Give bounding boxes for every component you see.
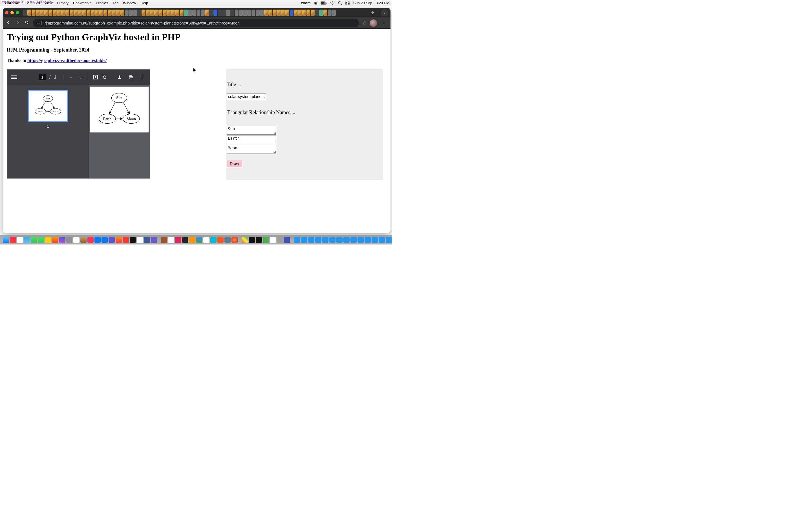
profile-avatar-icon[interactable]: [370, 19, 377, 27]
browser-tab[interactable]: [302, 10, 306, 16]
tab-strip[interactable]: [23, 10, 366, 16]
browser-tab[interactable]: [112, 10, 116, 16]
rotate-icon[interactable]: [101, 73, 108, 81]
zoom-out-icon[interactable]: −: [67, 73, 75, 81]
browser-tab[interactable]: [87, 10, 91, 16]
browser-tab[interactable]: [78, 10, 82, 16]
dock-app-messages[interactable]: [38, 237, 44, 243]
browser-tab[interactable]: [175, 10, 179, 16]
record-icon[interactable]: ◉: [314, 1, 317, 5]
dock-app[interactable]: [210, 237, 216, 243]
dock-app-notes[interactable]: [45, 237, 51, 243]
browser-tab[interactable]: [95, 10, 99, 16]
browser-tab[interactable]: [260, 10, 264, 16]
browser-tab[interactable]: [82, 10, 86, 16]
dock-app-tv[interactable]: [130, 237, 136, 243]
browser-tab[interactable]: [44, 10, 48, 16]
reload-icon[interactable]: [24, 20, 29, 26]
dock-folder[interactable]: [322, 237, 328, 243]
menu-bookmarks[interactable]: Bookmarks: [73, 1, 91, 5]
dock-app-music[interactable]: [10, 237, 16, 243]
minimize-window-icon[interactable]: [10, 11, 14, 14]
pdf-sidebar-toggle-icon[interactable]: [11, 75, 17, 79]
browser-tab[interactable]: [277, 10, 281, 16]
browser-menu-icon[interactable]: ⋮: [380, 20, 388, 26]
browser-tab[interactable]: [294, 10, 298, 16]
menu-tab[interactable]: Tab: [112, 1, 118, 5]
new-tab-button[interactable]: +: [367, 10, 378, 16]
browser-tab[interactable]: [32, 10, 36, 16]
dock-app-safari[interactable]: [24, 237, 30, 243]
menubar-time[interactable]: 8:20 PM: [376, 1, 389, 5]
browser-tab[interactable]: [158, 10, 162, 16]
browser-tab[interactable]: [285, 10, 289, 16]
browser-tab[interactable]: [108, 10, 112, 16]
dock-folder[interactable]: [343, 237, 350, 243]
browser-tab[interactable]: [133, 10, 137, 16]
close-window-icon[interactable]: [5, 11, 8, 14]
browser-tab[interactable]: [124, 10, 129, 16]
dock-folder[interactable]: [315, 237, 321, 243]
browser-tab[interactable]: [103, 10, 107, 16]
dock-folder[interactable]: [378, 237, 385, 243]
dock-app[interactable]: [144, 237, 150, 243]
dock-folder[interactable]: [308, 237, 314, 243]
dock-app[interactable]: [224, 237, 231, 243]
dock-app[interactable]: [66, 237, 72, 243]
dock-app[interactable]: [263, 237, 269, 243]
browser-tab[interactable]: [167, 10, 171, 16]
dock-folder[interactable]: [364, 237, 371, 243]
dock-folder[interactable]: [350, 237, 357, 243]
browser-tab[interactable]: [315, 10, 319, 16]
dock-folder[interactable]: [336, 237, 343, 243]
browser-tab[interactable]: [188, 10, 192, 16]
browser-tab[interactable]: [49, 10, 52, 16]
thanks-link[interactable]: https://graphviz.readthedocs.io/en/stabl…: [28, 58, 107, 63]
browser-tab[interactable]: [243, 10, 247, 16]
site-info-icon[interactable]: ⊶: [36, 21, 42, 25]
wifi-icon[interactable]: [330, 1, 335, 5]
dock-app-calendar[interactable]: [168, 237, 174, 243]
browser-tab[interactable]: [150, 10, 154, 16]
draw-button[interactable]: Draw: [227, 160, 242, 167]
dock-app[interactable]: [217, 237, 223, 243]
dock-app-terminal[interactable]: [182, 237, 188, 243]
browser-tab[interactable]: [226, 10, 230, 16]
fit-page-icon[interactable]: [92, 73, 99, 81]
print-icon[interactable]: [127, 73, 135, 81]
browser-tab[interactable]: [264, 10, 268, 16]
zoom-indicator[interactable]: zoom: [301, 1, 311, 5]
browser-tab[interactable]: [120, 10, 124, 16]
menubar-date[interactable]: Sun 29 Sep: [353, 1, 372, 5]
browser-tab[interactable]: [205, 10, 209, 16]
browser-tab[interactable]: [268, 10, 272, 16]
dock-app[interactable]: [137, 237, 143, 243]
dock-app[interactable]: [203, 237, 209, 243]
dock-app-finder[interactable]: [3, 237, 9, 243]
dock-app[interactable]: [242, 237, 248, 243]
menu-history[interactable]: History: [57, 1, 68, 5]
browser-tab[interactable]: [231, 10, 234, 16]
dock-app-settings[interactable]: [277, 237, 283, 243]
battery-icon[interactable]: [320, 1, 327, 5]
browser-tab[interactable]: [252, 10, 255, 16]
zoom-in-icon[interactable]: +: [77, 73, 84, 81]
browser-tab[interactable]: [65, 10, 69, 16]
dock-app-chrome[interactable]: [196, 237, 202, 243]
menu-help[interactable]: Help: [141, 1, 148, 5]
browser-tab[interactable]: [142, 10, 146, 16]
dock-app[interactable]: [232, 237, 238, 243]
dock-app-firefox[interactable]: [116, 237, 122, 243]
name-one-input[interactable]: Sun: [227, 126, 276, 135]
menu-profiles[interactable]: Profiles: [96, 1, 108, 5]
browser-tab[interactable]: [239, 10, 243, 16]
title-input[interactable]: [227, 93, 266, 100]
dock-app[interactable]: [59, 237, 65, 243]
dock-app[interactable]: [123, 237, 129, 243]
browser-tab[interactable]: [213, 10, 217, 16]
dock-app[interactable]: [94, 237, 101, 243]
dock-app[interactable]: [249, 237, 255, 243]
dock-app[interactable]: [87, 237, 94, 243]
browser-tab[interactable]: [256, 10, 260, 16]
browser-tab[interactable]: [281, 10, 285, 16]
